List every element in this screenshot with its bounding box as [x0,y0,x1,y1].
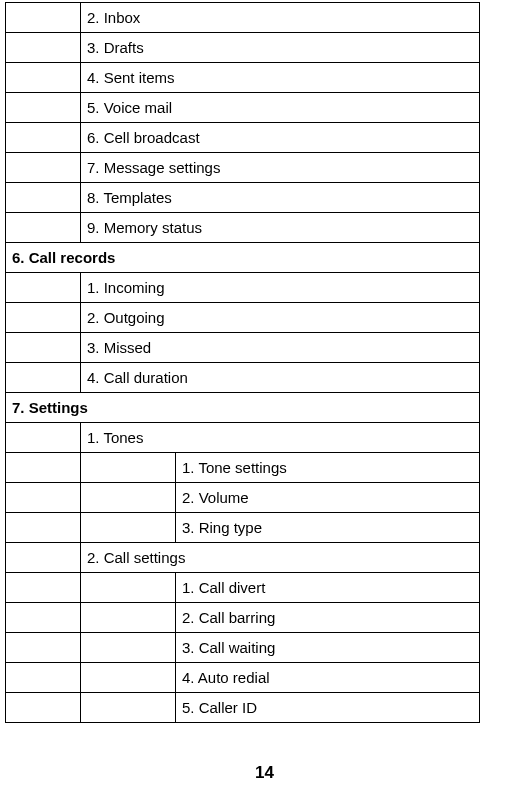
table-row: 2. Call settings [6,543,480,573]
table-row: 1. Tone settings [6,453,480,483]
table-row: 9. Memory status [6,213,480,243]
indent-cell [6,423,81,453]
menu-item: 1. Incoming [81,273,480,303]
indent-cell [6,153,81,183]
indent-cell [81,663,176,693]
menu-item: 3. Drafts [81,33,480,63]
submenu-item: 4. Auto redial [176,663,480,693]
indent-cell [6,93,81,123]
indent-cell [6,543,81,573]
table-row: 7. Message settings [6,153,480,183]
table-row: 2. Volume [6,483,480,513]
submenu-item: 2. Volume [176,483,480,513]
table-row: 4. Auto redial [6,663,480,693]
indent-cell [6,363,81,393]
section-row: 7. Settings [6,393,480,423]
indent-cell [81,693,176,723]
indent-cell [6,573,81,603]
submenu-item: 1. Call divert [176,573,480,603]
page-number: 14 [0,763,529,783]
indent-cell [81,453,176,483]
table-row: 4. Call duration [6,363,480,393]
table-row: 2. Outgoing [6,303,480,333]
submenu-item: 1. Tone settings [176,453,480,483]
indent-cell [6,453,81,483]
section-header: 6. Call records [6,243,480,273]
indent-cell [81,633,176,663]
table-row: 1. Incoming [6,273,480,303]
table-row: 8. Templates [6,183,480,213]
table-row: 1. Tones [6,423,480,453]
indent-cell [6,633,81,663]
table-row: 5. Voice mail [6,93,480,123]
indent-cell [6,693,81,723]
indent-cell [6,513,81,543]
table-row: 3. Drafts [6,33,480,63]
indent-cell [6,603,81,633]
indent-cell [6,63,81,93]
indent-cell [6,183,81,213]
indent-cell [6,483,81,513]
menu-item: 2. Outgoing [81,303,480,333]
menu-item: 6. Cell broadcast [81,123,480,153]
menu-item: 2. Inbox [81,3,480,33]
table-row: 1. Call divert [6,573,480,603]
submenu-item: 5. Caller ID [176,693,480,723]
submenu-item: 3. Ring type [176,513,480,543]
menu-item: 5. Voice mail [81,93,480,123]
section-header: 7. Settings [6,393,480,423]
indent-cell [81,573,176,603]
indent-cell [81,483,176,513]
menu-item: 2. Call settings [81,543,480,573]
table-row: 4. Sent items [6,63,480,93]
indent-cell [6,273,81,303]
submenu-item: 2. Call barring [176,603,480,633]
indent-cell [6,3,81,33]
indent-cell [6,213,81,243]
submenu-item: 3. Call waiting [176,633,480,663]
indent-cell [81,603,176,633]
table-row: 2. Inbox [6,3,480,33]
indent-cell [6,33,81,63]
table-row: 5. Caller ID [6,693,480,723]
indent-cell [6,303,81,333]
menu-item: 7. Message settings [81,153,480,183]
indent-cell [6,663,81,693]
indent-cell [6,333,81,363]
table-row: 3. Missed [6,333,480,363]
section-row: 6. Call records [6,243,480,273]
table-row: 2. Call barring [6,603,480,633]
menu-table: 2. Inbox 3. Drafts 4. Sent items 5. Voic… [5,2,480,723]
menu-table-page: 2. Inbox 3. Drafts 4. Sent items 5. Voic… [0,0,529,783]
menu-item: 4. Call duration [81,363,480,393]
menu-item: 1. Tones [81,423,480,453]
table-row: 3. Ring type [6,513,480,543]
indent-cell [81,513,176,543]
table-row: 6. Cell broadcast [6,123,480,153]
table-row: 3. Call waiting [6,633,480,663]
menu-item: 4. Sent items [81,63,480,93]
indent-cell [6,123,81,153]
menu-item: 8. Templates [81,183,480,213]
menu-item: 3. Missed [81,333,480,363]
menu-item: 9. Memory status [81,213,480,243]
